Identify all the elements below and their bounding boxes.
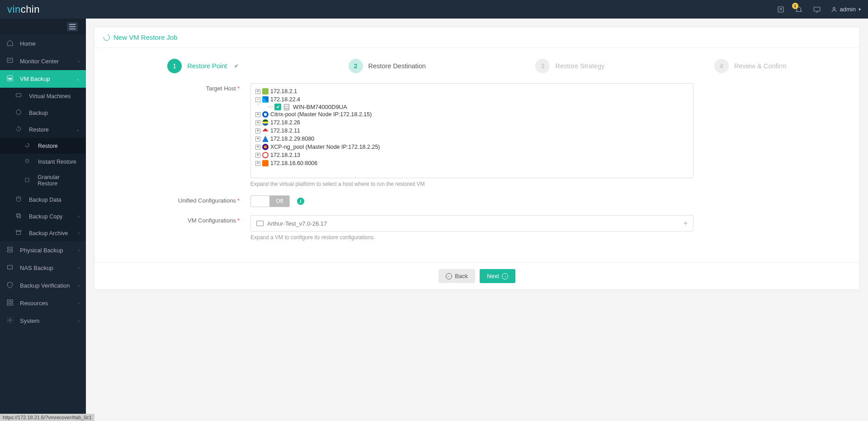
nav-backup-data[interactable]: Backup Data [0,191,86,208]
step-num: 1 [167,59,182,73]
oracle-icon [262,152,269,158]
nav-label: Granular Restore [38,174,80,187]
expand-icon[interactable]: + [684,219,688,227]
checkbox-checked[interactable]: ✔ [274,104,281,110]
step-2[interactable]: 2 Restore Destination [349,59,426,73]
node-label: 172.18.22.4 [270,96,300,103]
nav-restore-sub-item[interactable]: Restore [0,138,86,154]
step-num: 2 [349,59,363,73]
nav-label: Virtual Machines [29,93,71,99]
nav-granular-restore[interactable]: Granular Restore [0,170,86,191]
target-host-control: +172.18.2.1 −172.18.22.4 ✔ WIN-BM74000D9… [250,83,693,187]
tree-node[interactable]: −172.18.22.4 [255,95,689,104]
vm-config-control: Arthur-Test_v7.0-26.17 + Expand a VM to … [250,215,693,241]
collapse-icon[interactable]: − [255,97,260,102]
expand-icon[interactable]: + [255,112,260,117]
tree-node[interactable]: +172.18.2.11 [255,127,689,135]
svg-rect-9 [16,94,21,97]
nav-resources[interactable]: Resources ‹ [0,294,86,298]
svg-rect-3 [814,7,820,11]
chevron-down-icon: ▾ [859,7,861,12]
user-menu[interactable]: admin ▾ [831,6,861,13]
nav-backup-copy[interactable]: Backup Copy ‹ [0,208,86,225]
xcp-icon [262,144,269,150]
vms-icon [15,92,24,100]
notifications-icon[interactable]: 1 [795,5,803,14]
nav-label: Backup Archive [29,230,68,237]
svg-point-13 [16,197,20,199]
nav-monitor[interactable]: Monitor Center ‹ [0,52,86,70]
panel-footer: ← Back Next → [94,262,859,289]
expand-icon[interactable]: + [255,161,260,166]
nav-instant-restore[interactable]: Instant Restore [0,154,86,170]
nav-nas-backup[interactable]: NAS Backup ‹ [0,259,86,277]
page-title: New VM Restore Job [113,33,178,41]
unified-config-control: Off i [250,195,693,207]
nav-vm-backup[interactable]: VM VM Backup ⌄ [0,70,86,88]
nav-label: Backup Verification [20,282,70,289]
nav-label: Backup Copy [29,213,62,220]
expand-icon[interactable]: + [255,153,260,158]
unified-config-label: Unified Configurations* [113,195,250,207]
check-icon: ✔ [234,63,239,69]
nav-label: Restore [38,143,58,149]
sidebar-toggle[interactable] [67,22,78,31]
next-button[interactable]: Next → [480,269,515,283]
nav-virtual-machines[interactable]: Virtual Machines [0,88,86,104]
nav-home[interactable]: Home [0,35,86,52]
nav-backup-verification[interactable]: Backup Verification ‹ [0,277,86,294]
tree-node[interactable]: +172.18.2.13 [255,151,689,159]
logo-part1: vin [7,4,21,15]
back-button[interactable]: ← Back [439,269,475,283]
tree-leaf[interactable]: ✔ WIN-BM74000D9UA [264,104,689,110]
info-icon[interactable]: i [297,198,304,205]
wizard-panel: New VM Restore Job 1 Restore Point ✔ 2 R… [94,27,860,290]
step-label: Restore Point [187,62,227,70]
tree-node[interactable]: +XCP-ng_pool (Master Node IP:172.18.2.25… [255,143,689,151]
tree-node[interactable]: +172.18.16.60:8006 [255,159,689,167]
node-label: 172.18.2.13 [270,152,300,158]
chevron-down-icon: ⌄ [76,127,80,132]
platform-icon [262,119,269,126]
notif-badge: 1 [792,3,798,9]
tasks-icon[interactable] [777,5,785,14]
unified-toggle[interactable]: Off [250,195,290,207]
node-label: 172.18.2.29:8080 [270,136,314,142]
required-mark: * [237,217,240,224]
tree-node[interactable]: +Citrix-pool (Master Node IP:172.18.2.15… [255,110,689,118]
expand-icon[interactable]: + [255,137,260,142]
proxmox-icon [262,160,269,166]
vm-config-item[interactable]: Arthur-Test_v7.0-26.17 + [250,215,693,232]
svg-point-10 [16,110,21,115]
svg-rect-18 [8,247,13,249]
data-icon [15,196,24,203]
expand-icon[interactable]: + [255,89,260,94]
nav-physical-backup[interactable]: Physical Backup ‹ [0,241,86,259]
nav-label: Monitor Center [20,58,59,65]
nav-backup-archive[interactable]: Backup Archive ‹ [0,225,86,241]
svg-rect-14 [18,215,21,218]
nas-icon [6,264,15,272]
nav-backup[interactable]: Backup [0,104,86,121]
vm-icon [256,221,264,226]
chevron-icon: ‹ [78,248,80,253]
expand-icon[interactable]: + [255,128,260,133]
step-num: 4 [714,59,729,73]
tree-node[interactable]: +172.18.2.1 [255,87,689,95]
tree-node[interactable]: +172.18.2.26 [255,118,689,127]
row-target-host: Target Host* +172.18.2.1 −172.18.22.4 ✔ … [113,83,841,187]
nav-restore[interactable]: Restore ⌄ [0,121,86,138]
arrow-left-icon: ← [446,273,452,279]
nav-label: Physical Backup [20,247,63,254]
tree-node[interactable]: +172.18.2.29:8080 [255,135,689,143]
logo-part2: chin [21,4,40,15]
row-unified-config: Unified Configurations* Off i [113,195,841,207]
step-1[interactable]: 1 Restore Point ✔ [167,59,239,73]
expand-icon[interactable]: + [255,145,260,150]
row-vm-config: VM Configurations* Arthur-Test_v7.0-26.1… [113,215,841,241]
sidebar: Home Monitor Center ‹ VM VM Backup ⌄ Vir… [0,19,86,298]
display-icon[interactable] [813,5,821,14]
svg-rect-15 [16,213,19,217]
step-label: Restore Strategy [555,62,604,70]
expand-icon[interactable]: + [255,120,260,125]
